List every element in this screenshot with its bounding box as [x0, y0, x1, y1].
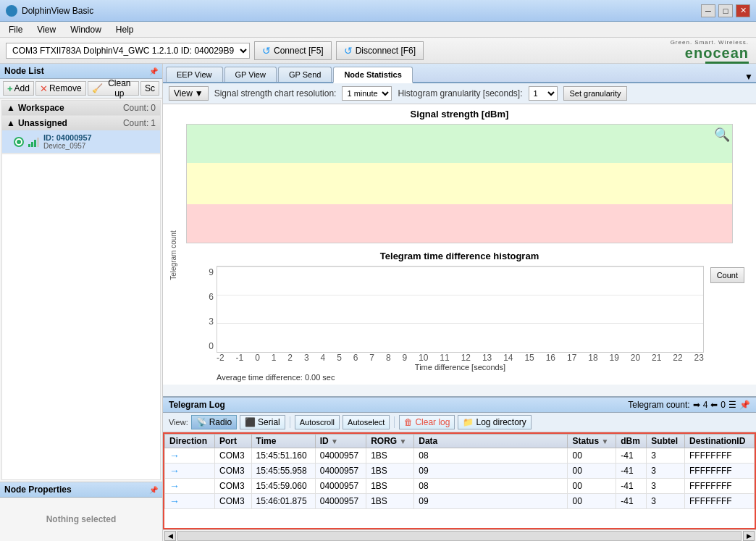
node-item[interactable]: ID: 04000957 Device_0957	[2, 130, 160, 154]
col-status: Status ▼	[568, 435, 616, 448]
col-dbm: dBm	[616, 435, 647, 448]
main-layout: Node List 📌 + Add ✕ Remove 🧹 Clean up Sc	[0, 64, 756, 541]
count-button[interactable]: Count	[710, 267, 744, 283]
toolbar: COM3 FTXII783A DolphinV4_GWC 1.2.1.0 ID:…	[0, 38, 756, 64]
cell-time: 15:45:51.160	[251, 448, 315, 464]
cell-subtel: 3	[647, 479, 685, 494]
cell-dbm: -41	[616, 448, 647, 464]
col-data: Data	[414, 435, 568, 448]
unassigned-chevron: ▲	[7, 118, 15, 128]
tab-gp-view[interactable]: GP View	[224, 67, 277, 82]
cell-port: COM3	[214, 494, 251, 509]
workspace-header[interactable]: ▲ Workspace Count: 0	[2, 101, 160, 115]
pin-icon[interactable]: 📌	[149, 67, 158, 75]
cell-destinationid: FFFFFFFF	[685, 448, 755, 464]
add-button[interactable]: + Add	[3, 81, 34, 96]
radio-icon: 📡	[196, 417, 207, 427]
telegram-log: Telegram Log Telegram count: ➡ 4 ⬅ 0 ☰ 📌…	[163, 396, 756, 541]
cell-subtel: 3	[647, 464, 685, 479]
col-direction: Direction	[165, 435, 215, 448]
telegram-log-list-icon: ☰	[728, 400, 736, 410]
tab-node-statistics[interactable]: Node Statistics	[333, 67, 412, 83]
cell-data: 08	[414, 448, 568, 464]
y-axis-label: Telegram count	[169, 227, 177, 285]
remove-icon: ✕	[40, 83, 48, 94]
cell-data: 09	[414, 494, 568, 509]
view-button[interactable]: View ▼	[169, 86, 209, 101]
connection-select[interactable]: COM3 FTXII783A DolphinV4_GWC 1.2.1.0 ID:…	[6, 43, 250, 59]
scroll-left-button[interactable]: ◀	[164, 531, 176, 541]
enocean-logo: Green. Smart. Wireless. enocean	[671, 39, 749, 64]
disconnect-button[interactable]: ↺ Disconnect [F6]	[336, 41, 424, 60]
cell-rorg: 1BS	[366, 464, 414, 479]
titlebar-left: DolphinView Basic	[6, 5, 93, 17]
autoselect-button[interactable]: Autoselect	[343, 415, 390, 429]
cell-status: 00	[568, 448, 616, 464]
menu-help[interactable]: Help	[110, 23, 140, 36]
chart-toolbar: View ▼ Signal strength chart resolution:…	[163, 83, 756, 104]
col-time: Time	[251, 435, 315, 448]
col-destinationid: DestinationID	[685, 435, 755, 448]
zoom-icon[interactable]: 🔍	[714, 127, 730, 143]
cell-rorg: 1BS	[366, 479, 414, 494]
sc-button[interactable]: Sc	[140, 81, 159, 96]
scroll-right-button[interactable]: ▶	[743, 531, 755, 541]
cell-status: 00	[568, 479, 616, 494]
node-props-pin[interactable]: 📌	[149, 486, 158, 494]
tab-dropdown-icon[interactable]: ▼	[744, 72, 753, 82]
rorg-filter-icon[interactable]: ▼	[400, 437, 407, 445]
cell-port: COM3	[214, 448, 251, 464]
status-filter-icon[interactable]: ▼	[601, 437, 608, 445]
remove-button[interactable]: ✕ Remove	[35, 81, 86, 96]
menu-view[interactable]: View	[31, 23, 62, 36]
telegram-table-container[interactable]: Direction Port Time ID ▼	[163, 432, 756, 529]
set-granularity-button[interactable]: Set granularity	[563, 86, 628, 101]
tab-eep-view[interactable]: EEP View	[166, 67, 223, 82]
tab-gp-send[interactable]: GP Send	[278, 67, 332, 82]
table-row[interactable]: → COM3 15:45:59.060 04000957 1BS 08 00 -…	[165, 479, 755, 494]
menu-window[interactable]: Window	[64, 23, 107, 36]
telegram-log-pin[interactable]: 📌	[739, 400, 750, 410]
node-list-title: Node List	[4, 66, 44, 76]
col-rorg: RORG ▼	[366, 435, 414, 448]
menu-file[interactable]: File	[3, 23, 28, 36]
close-button[interactable]: ✕	[736, 4, 750, 17]
table-row[interactable]: → COM3 15:45:51.160 04000957 1BS 08 00 -…	[165, 448, 755, 464]
cell-id: 04000957	[315, 479, 366, 494]
cell-subtel: 3	[647, 494, 685, 509]
cell-port: COM3	[214, 479, 251, 494]
radio-button[interactable]: 📡 Radio	[191, 415, 237, 429]
connect-button[interactable]: ↺ Connect [F5]	[254, 41, 332, 60]
resolution-select[interactable]: 1 minute	[342, 86, 392, 101]
clean-up-button[interactable]: 🧹 Clean up	[88, 81, 139, 96]
cell-rorg: 1BS	[366, 448, 414, 464]
minimize-button[interactable]: ─	[701, 4, 715, 17]
y-axis-values: 9 6 3 0	[201, 266, 217, 353]
serial-button[interactable]: ⬛ Serial	[240, 415, 285, 429]
scrollbar-track[interactable]	[177, 531, 742, 541]
view-dropdown-icon: ▼	[195, 88, 203, 98]
autoscroll-button[interactable]: Autoscroll	[295, 415, 340, 429]
log-directory-button[interactable]: 📁 Log directory	[458, 415, 531, 429]
cell-port: COM3	[214, 464, 251, 479]
restore-button[interactable]: □	[718, 4, 733, 17]
cell-destinationid: FFFFFFFF	[685, 494, 755, 509]
id-filter-icon[interactable]: ▼	[331, 437, 338, 445]
toolbar-separator-1	[290, 416, 290, 428]
tl-view-label: View:	[169, 418, 188, 427]
cell-time: 15:46:01.875	[251, 494, 315, 509]
table-row[interactable]: → COM3 15:45:55.958 04000957 1BS 09 00 -…	[165, 464, 755, 479]
signal-chart-title: Signal strength [dBm]	[172, 109, 747, 119]
node-props-header: Node Properties 📌	[0, 482, 162, 498]
table-row[interactable]: → COM3 15:46:01.875 04000957 1BS 09 00 -…	[165, 494, 755, 509]
histogram-title: Telegram time difference histogram	[172, 251, 747, 261]
disconnect-icon: ↺	[344, 45, 353, 56]
cell-time: 15:45:59.060	[251, 479, 315, 494]
clear-log-button[interactable]: 🗑 Clear log	[399, 415, 455, 429]
tab-bar: EEP View GP View GP Send Node Statistics…	[163, 64, 756, 83]
cell-dbm: -41	[616, 494, 647, 509]
cell-subtel: 3	[647, 448, 685, 464]
unassigned-header[interactable]: ▲ Unassigned Count: 1	[2, 116, 160, 130]
cell-status: 00	[568, 494, 616, 509]
histogram-granularity-select[interactable]: 1	[529, 86, 558, 101]
